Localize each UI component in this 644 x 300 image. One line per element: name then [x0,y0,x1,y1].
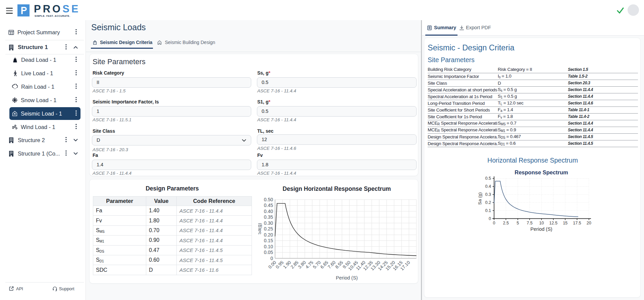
svg-text:0.50: 0.50 [264,197,273,202]
svg-text:Period (S): Period (S) [336,275,358,281]
svg-text:0.10: 0.10 [264,244,273,249]
svg-text:0.25: 0.25 [264,226,273,231]
svg-text:0.15: 0.15 [264,238,273,243]
svg-text:0.4: 0.4 [485,184,491,189]
svg-text:0.45: 0.45 [264,203,273,208]
svg-text:Sa (g): Sa (g) [477,192,482,205]
svg-text:0.30: 0.30 [264,220,273,226]
svg-text:Response Spectrum: Response Spectrum [515,169,568,175]
svg-text:0.40: 0.40 [264,209,273,214]
svg-text:0.2: 0.2 [485,200,491,205]
svg-text:Design Horizontal Response Spe: Design Horizontal Response Spectrum [283,185,391,192]
svg-text:10: 10 [539,221,544,225]
svg-text:Sa(g): Sa(g) [258,223,262,234]
svg-text:0.35: 0.35 [264,214,273,220]
svg-text:12.5: 12.5 [549,221,557,225]
svg-text:0: 0 [489,216,491,221]
svg-text:20: 20 [587,221,591,225]
svg-text:0.05: 0.05 [264,250,273,255]
svg-text:0: 0 [270,256,273,261]
svg-text:17.5: 17.5 [573,221,581,225]
svg-text:0.1: 0.1 [485,208,491,213]
svg-text:7.5: 7.5 [527,221,532,225]
svg-text:15: 15 [563,221,568,225]
svg-text:5: 5 [517,221,519,225]
svg-text:0.3: 0.3 [485,192,491,197]
svg-text:0.20: 0.20 [264,232,273,238]
svg-text:Period (S): Period (S) [530,226,552,232]
svg-text:2.5: 2.5 [503,221,509,225]
svg-text:0.5: 0.5 [485,176,491,181]
svg-text:0: 0 [493,221,495,225]
